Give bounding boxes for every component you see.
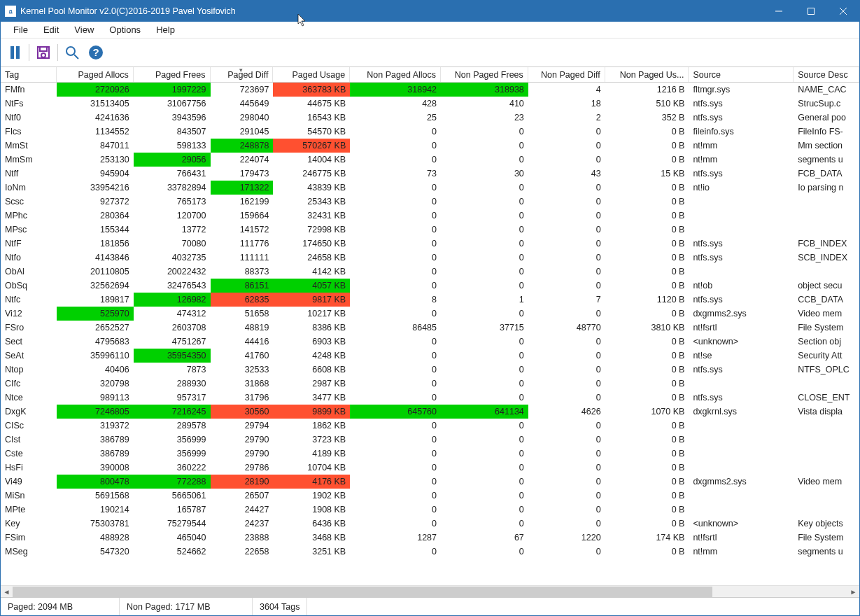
cell-tag: FMfn [1,83,57,97]
cell-npf: 0 [441,419,528,433]
cell-pa: 800478 [57,475,134,489]
menu-edit[interactable]: Edit [36,23,66,36]
cell-pd: 29790 [211,447,274,461]
cell-pf: 165787 [134,503,211,517]
table-row[interactable]: Sect47956834751267444166903 KB0000 B<unk… [1,335,859,349]
cell-npu: 1120 B [605,293,689,307]
col-pf[interactable]: Paged Frees [134,67,211,82]
table-row[interactable]: Ntfo4143846403273511111124658 KB0000 Bnt… [1,251,859,265]
table-row[interactable]: MPhc28036412070015966432431 KB0000 B [1,209,859,223]
scrollbar-thumb[interactable] [13,587,712,597]
svg-line-8 [74,55,78,59]
table-row[interactable]: Ntf04241636394359629804016543 KB25232352… [1,111,859,125]
table-row[interactable]: MmSt847011598133248878570267 KB0000 Bnt!… [1,139,859,153]
col-src[interactable]: Source [689,67,794,82]
pause-button[interactable] [5,43,24,62]
cell-pd: 171322 [211,181,274,195]
toolbar: ? [1,38,859,66]
svg-rect-1 [808,8,815,15]
cell-pf: 7216245 [134,405,211,419]
col-pd[interactable]: Paged Diff▾ [211,67,274,82]
close-button[interactable] [827,1,859,22]
table-row[interactable]: ObSq3256269432476543861514057 KB0000 Bnt… [1,279,859,293]
cell-pd: 445649 [211,97,274,111]
cell-npu: 0 B [605,237,689,251]
table-row[interactable]: Ntce989113957317317963477 KB0000 Bntfs.s… [1,391,859,405]
table-row[interactable]: FSro26525272603708488198386 KB8648537715… [1,321,859,335]
cell-npa: 0 [350,391,441,405]
cell-npf: 30 [441,167,528,181]
scroll-right-icon[interactable]: ► [847,586,859,598]
menu-options[interactable]: Options [102,23,148,36]
table-row[interactable]: NtFs315134053106775644564944675 KB428410… [1,97,859,111]
col-pu[interactable]: Paged Usage [273,67,350,82]
horizontal-scrollbar[interactable]: ◄ ► [1,585,859,597]
cell-pu: 6903 KB [273,335,350,349]
table-row[interactable]: NtfF18185670080111776174650 KB0000 Bntfs… [1,237,859,251]
cell-pu: 4057 KB [273,279,350,293]
col-pa[interactable]: Paged Allocs [57,67,134,82]
cell-npd: 0 [528,279,605,293]
cell-src [689,461,794,475]
col-tag[interactable]: Tag [1,67,57,82]
table-row[interactable]: Ntop404067873325336608 KB0000 Bntfs.sysN… [1,363,859,377]
minimize-button[interactable] [763,1,795,22]
table-row[interactable]: Cste386789356999297904189 KB0000 B [1,447,859,461]
table-row[interactable]: MmSm2531302905622407414004 KB0000 Bnt!mm… [1,153,859,167]
table-row[interactable]: FSim488928465040238883468 KB128767122017… [1,531,859,545]
table-row[interactable]: SeAt3599611035954350417604248 KB0000 Bnt… [1,349,859,363]
help-icon: ? [88,45,104,60]
table-row[interactable]: FMfn27209261997229723697363783 KB3189423… [1,83,859,97]
cell-desc: Video mem [794,307,859,321]
cell-npf: 641134 [441,405,528,419]
cell-npd: 0 [528,209,605,223]
col-npa[interactable]: Non Paged Allocs [350,67,441,82]
menu-view[interactable]: View [67,23,101,36]
cell-npd: 0 [528,475,605,489]
cell-pa: 927372 [57,195,134,209]
table-row[interactable]: CIfc320798288930318682987 KB0000 B [1,377,859,391]
cell-pu: 363783 KB [273,83,350,97]
table-row[interactable]: CISc319372289578297941862 KB0000 B [1,419,859,433]
table-row[interactable]: FIcs113455284350729104554570 KB0000 Bfil… [1,125,859,139]
cell-pf: 598133 [134,139,211,153]
menu-file[interactable]: File [6,23,35,36]
table-body[interactable]: FMfn27209261997229723697363783 KB3189423… [1,83,859,585]
table-row[interactable]: MPsc1553441377214157272998 KB0000 B [1,223,859,237]
table-row[interactable]: HsFi3900083602222978610704 KB0000 B [1,461,859,475]
table-row[interactable]: Ntff945904766431179473246775 KB73304315 … [1,167,859,181]
save-button[interactable] [34,43,53,62]
menu-help[interactable]: Help [149,23,182,36]
scroll-left-icon[interactable]: ◄ [1,586,13,598]
table-row[interactable]: Vi125259704743125165810217 KB0000 Bdxgmm… [1,307,859,321]
cell-pa: 989113 [57,391,134,405]
cell-npf: 0 [441,475,528,489]
table-row[interactable]: MPte190214165787244271908 KB0000 B [1,503,859,517]
maximize-button[interactable] [795,1,827,22]
cell-pd: 48819 [211,321,274,335]
help-button[interactable]: ? [86,43,106,62]
cell-src [689,503,794,517]
table-row[interactable]: Scsc92737276517316219925343 KB0000 B [1,195,859,209]
cell-npf: 0 [441,489,528,503]
table-row[interactable]: MiSn56915685665061265071902 KB0000 B [1,489,859,503]
cell-npa: 0 [350,517,441,531]
col-npf[interactable]: Non Paged Frees [441,67,528,82]
table-row[interactable]: Key 7530378175279544242376436 KB0000 B<u… [1,517,859,531]
col-npu[interactable]: Non Paged Us... [605,67,689,82]
search-button[interactable] [62,43,82,62]
table-row[interactable]: DxgK72468057216245305609899 KB6457606411… [1,405,859,419]
cell-npd: 7 [528,293,605,307]
table-row[interactable]: Vi49800478772288281904176 KB0000 Bdxgmms… [1,475,859,489]
cell-npa: 0 [350,195,441,209]
table-row[interactable]: MSeg547320524662226583251 KB0000 Bnt!mms… [1,545,859,559]
table-row[interactable]: CIst386789356999297903723 KB0000 B [1,433,859,447]
col-desc[interactable]: Source Desc [794,67,859,82]
cell-tag: Vi12 [1,307,57,321]
col-npd[interactable]: Non Paged Diff [528,67,605,82]
table-row[interactable]: IoNm339542163378289417132243839 KB0000 B… [1,181,859,195]
table-row[interactable]: Ntfc189817126982628359817 KB8171120 Bntf… [1,293,859,307]
cell-pu: 3251 KB [273,545,350,559]
table-row[interactable]: ObAl2011080520022432883734142 KB0000 B [1,265,859,279]
cell-desc: SCB_INDEX [794,251,859,265]
